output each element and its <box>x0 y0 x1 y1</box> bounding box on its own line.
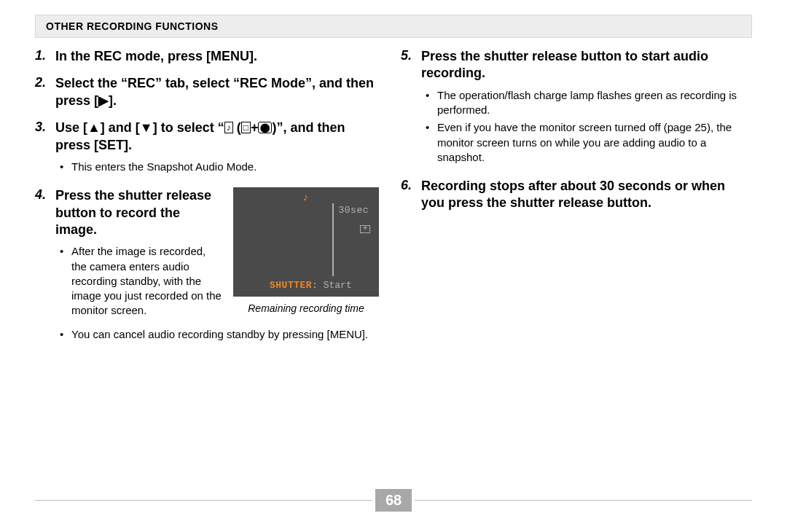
text: The operation/flash charge lamp flashes … <box>437 88 745 118</box>
bullet-item: After the image is recorded, the camera … <box>60 244 223 318</box>
bullet-item: Even if you have the monitor screen turn… <box>426 120 745 165</box>
text: ] and [ <box>101 120 140 135</box>
right-arrow-icon: ▶ <box>98 93 109 108</box>
section-header: Other Recording Functions <box>35 15 752 38</box>
step-title: Press the shutter release button to reco… <box>55 187 223 238</box>
step-2: 2. Select the “REC” tab, select “REC Mod… <box>35 75 379 109</box>
lcd-timer: 30sec <box>338 205 369 216</box>
manual-page: Other Recording Functions 1. In the REC … <box>0 0 787 532</box>
music-note-icon: ♪ <box>224 122 233 133</box>
step-number: 2. <box>35 75 55 109</box>
text: Even if you have the monitor screen turn… <box>437 120 745 165</box>
step-number: 6. <box>401 178 421 212</box>
step-title: Recording stops after about 30 seconds o… <box>421 178 745 212</box>
step-1: 1. In the REC mode, press [MENU]. <box>35 48 379 65</box>
lcd-caption: Remaining recording time <box>233 302 379 314</box>
lcd-screen: ♪ 30sec + SHUTTER: Start <box>233 187 379 297</box>
bullet-item: This enters the Snapshot Audio Mode. <box>60 160 379 174</box>
left-column: 1. In the REC mode, press [MENU]. 2. Sel… <box>35 48 379 355</box>
text: After the image is recorded, the camera … <box>71 244 223 318</box>
music-note-icon: ♪ <box>302 192 308 203</box>
bullet-list: This enters the Snapshot Audio Mode. <box>55 160 379 174</box>
lcd-figure: ♪ 30sec + SHUTTER: Start Remaining recor… <box>233 187 379 314</box>
bullet-list: The operation/flash charge lamp flashes … <box>421 88 745 165</box>
step-number: 4. <box>35 187 55 345</box>
page-footer: 68 <box>35 489 752 512</box>
step-title: Select the “REC” tab, select “REC Mode”,… <box>55 75 379 109</box>
bullet-list: You can cancel audio recording standby b… <box>55 327 379 342</box>
mic-icon: ⬤ <box>258 122 272 133</box>
step-title: Press the shutter release button to star… <box>421 48 745 82</box>
step-6: 6. Recording stops after about 30 second… <box>401 178 745 212</box>
text: You can cancel audio recording standby b… <box>71 327 368 342</box>
footer-rule <box>35 500 372 501</box>
content-columns: 1. In the REC mode, press [MENU]. 2. Sel… <box>35 48 752 355</box>
section-title: Other Recording Functions <box>46 20 219 32</box>
lcd-bottom-label: SHUTTER: Start <box>270 280 352 291</box>
step-number: 5. <box>401 48 421 168</box>
right-column: 5. Press the shutter release button to s… <box>401 48 745 355</box>
text: ]. <box>109 93 117 108</box>
lcd-thumb-icon: + <box>360 225 370 233</box>
down-arrow-icon: ▼ <box>140 120 153 135</box>
up-arrow-icon: ▲ <box>87 120 101 135</box>
text: + <box>251 120 259 135</box>
shutter-label: SHUTTER <box>270 280 312 291</box>
step-4: 4. Press the shutter release button to r… <box>35 187 379 345</box>
start-label: : Start <box>312 280 352 291</box>
text: ] to select “ <box>153 120 224 135</box>
page-number: 68 <box>375 489 412 512</box>
step-5: 5. Press the shutter release button to s… <box>401 48 745 168</box>
step-number: 1. <box>35 48 55 65</box>
step-3: 3. Use [▲] and [▼] to select “♪ (□+⬤)”, … <box>35 120 379 177</box>
step-title: In the REC mode, press [MENU]. <box>55 48 379 65</box>
step-number: 3. <box>35 120 55 177</box>
bullet-item: The operation/flash charge lamp flashes … <box>426 88 745 118</box>
bullet-list: After the image is recorded, the camera … <box>55 244 223 318</box>
text: Use [ <box>55 120 87 135</box>
text: This enters the Snapshot Audio Mode. <box>71 160 257 174</box>
bullet-item: You can cancel audio recording standby b… <box>60 327 379 342</box>
footer-rule <box>415 500 752 501</box>
lcd-divider <box>332 203 334 276</box>
step-title: Use [▲] and [▼] to select “♪ (□+⬤)”, and… <box>55 120 379 154</box>
photo-icon: □ <box>241 122 251 133</box>
